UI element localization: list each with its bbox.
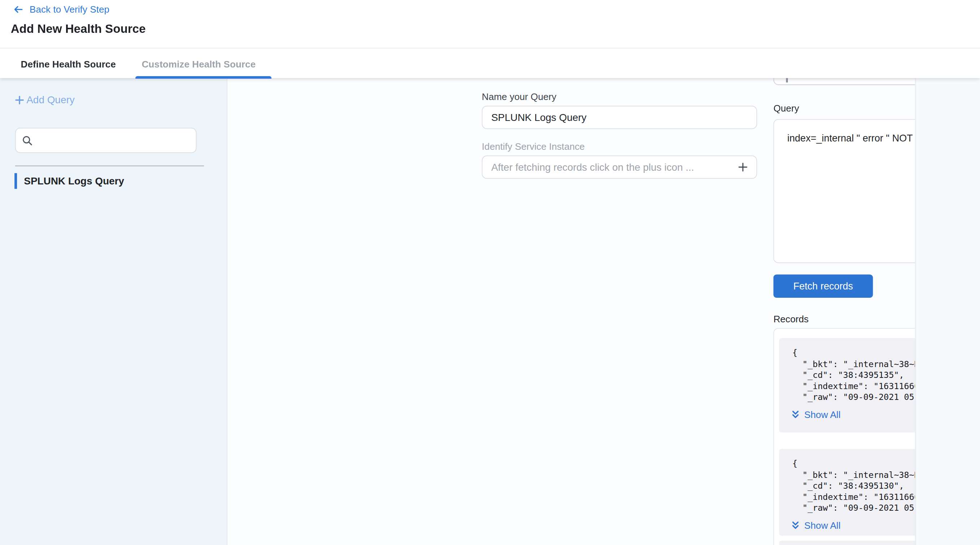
app-window: Back to Verify Step Add New Health Sourc… bbox=[0, 0, 980, 545]
back-link-label: Back to Verify Step bbox=[30, 3, 110, 14]
tab-bar: Define Health Source Customize Health So… bbox=[0, 48, 980, 79]
plus-icon bbox=[737, 161, 748, 172]
back-link[interactable]: Back to Verify Step bbox=[13, 3, 110, 14]
query-label: Query bbox=[773, 103, 799, 113]
right-gutter-panel bbox=[915, 78, 980, 545]
search-input[interactable] bbox=[33, 135, 196, 145]
records-label: Records bbox=[773, 314, 808, 324]
show-all-label: Show All bbox=[804, 520, 840, 531]
query-name-input[interactable] bbox=[482, 106, 757, 129]
active-tab-underline bbox=[135, 76, 272, 79]
query-search bbox=[15, 128, 196, 153]
main-panel: Name your Query Identify Service Instanc… bbox=[228, 78, 915, 545]
back-arrow-icon bbox=[13, 4, 24, 14]
service-instance-input[interactable] bbox=[482, 156, 757, 179]
identify-service-instance-label: Identify Service Instance bbox=[482, 141, 585, 152]
sidebar-item-splunk-logs-query[interactable]: SPLUNK Logs Query bbox=[14, 173, 216, 189]
query-item-label: SPLUNK Logs Query bbox=[24, 175, 124, 187]
service-instance-plus-button[interactable] bbox=[735, 159, 751, 175]
sidebar-divider bbox=[15, 166, 204, 166]
service-instance-field bbox=[482, 156, 757, 179]
add-query-button[interactable]: Add Query bbox=[14, 95, 75, 106]
plus-icon bbox=[14, 95, 25, 106]
content-area: Add Query SPLUNK Logs Query Name your Qu… bbox=[0, 78, 980, 545]
add-query-label: Add Query bbox=[26, 95, 75, 106]
fetch-records-button[interactable]: Fetch records bbox=[773, 274, 873, 298]
tab-customize-health-source[interactable]: Customize Health Source bbox=[142, 48, 255, 79]
double-chevron-down-icon bbox=[791, 520, 800, 530]
double-chevron-down-icon bbox=[791, 410, 800, 419]
query-sidebar: Add Query SPLUNK Logs Query bbox=[0, 78, 228, 545]
page-header: Back to Verify Step Add New Health Sourc… bbox=[0, 0, 980, 78]
page-title: Add New Health Source bbox=[11, 22, 146, 36]
selected-indicator-bar bbox=[14, 173, 17, 189]
name-your-query-label: Name your Query bbox=[482, 91, 556, 102]
tab-define-health-source[interactable]: Define Health Source bbox=[21, 48, 116, 79]
show-all-label: Show All bbox=[804, 409, 840, 420]
search-icon bbox=[21, 134, 33, 146]
